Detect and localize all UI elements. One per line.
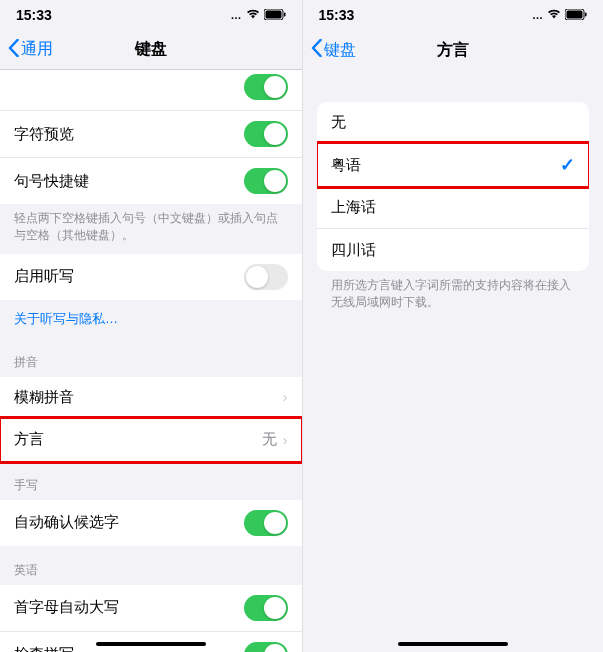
row-right: 无 › bbox=[262, 430, 288, 449]
chevron-right-icon: › bbox=[283, 389, 288, 405]
cellular-icon: … bbox=[231, 9, 242, 21]
dialect-hint: 用所选方言键入字词所需的支持内容将在接入无线局域网时下载。 bbox=[303, 271, 604, 321]
label: 方言 bbox=[14, 430, 44, 449]
toggle-switch[interactable] bbox=[244, 121, 288, 147]
nav-bar: 通用 键盘 bbox=[0, 30, 302, 70]
row-dialect-none[interactable]: 无 bbox=[317, 102, 590, 144]
highlight-box bbox=[0, 416, 302, 464]
chevron-left-icon bbox=[311, 39, 322, 61]
section-dictation: 启用听写 bbox=[0, 254, 302, 300]
svg-rect-1 bbox=[265, 10, 281, 18]
section-header-pinyin: 拼音 bbox=[0, 338, 302, 377]
section-header-handwriting: 手写 bbox=[0, 461, 302, 500]
content-scroll[interactable]: 字符预览 句号快捷键 轻点两下空格键插入句号（中文键盘）或插入句点与空格（其他键… bbox=[0, 70, 302, 652]
label: 检查拼写 bbox=[14, 645, 74, 652]
label: 首字母自动大写 bbox=[14, 598, 119, 617]
back-label: 通用 bbox=[21, 39, 53, 60]
label: 无 bbox=[331, 113, 346, 132]
row-fuzzy-pinyin[interactable]: 模糊拼音 › bbox=[0, 377, 302, 419]
value: 无 bbox=[262, 430, 277, 449]
page-title: 方言 bbox=[437, 40, 469, 61]
chevron-right-icon: › bbox=[283, 432, 288, 448]
row-right: › bbox=[283, 389, 288, 405]
wifi-icon bbox=[547, 9, 561, 21]
label: 四川话 bbox=[331, 241, 376, 260]
row-partial-top[interactable] bbox=[0, 70, 302, 111]
row-dictation[interactable]: 启用听写 bbox=[0, 254, 302, 300]
section-pinyin: 模糊拼音 › 方言 无 › bbox=[0, 377, 302, 461]
label: 上海话 bbox=[331, 198, 376, 217]
label: 启用听写 bbox=[14, 267, 74, 286]
chevron-left-icon bbox=[8, 39, 19, 61]
home-indicator[interactable] bbox=[398, 642, 508, 646]
row-dialect[interactable]: 方言 无 › bbox=[0, 419, 302, 461]
toggle-switch[interactable] bbox=[244, 642, 288, 652]
keyboard-settings-screen: 15:33 … 通用 键盘 字符预览 bbox=[0, 0, 302, 652]
row-period-shortcut[interactable]: 句号快捷键 bbox=[0, 158, 302, 204]
checkmark-icon: ✓ bbox=[560, 154, 575, 176]
toggle-switch[interactable] bbox=[244, 168, 288, 194]
dialect-settings-screen: 15:33 … 键盘 方言 无 粤语 ✓ bbox=[302, 0, 604, 652]
cellular-icon: … bbox=[532, 9, 543, 21]
section-dialects: 无 粤语 ✓ 上海话 四川话 bbox=[317, 102, 590, 271]
space-hint: 轻点两下空格键插入句号（中文键盘）或插入句点与空格（其他键盘）。 bbox=[0, 204, 302, 254]
nav-bar: 键盘 方言 bbox=[303, 30, 604, 70]
row-dialect-shanghainese[interactable]: 上海话 bbox=[317, 187, 590, 229]
section-handwriting: 自动确认候选字 bbox=[0, 500, 302, 546]
status-icons: … bbox=[231, 9, 286, 22]
status-time: 15:33 bbox=[319, 7, 355, 23]
toggle-switch[interactable] bbox=[244, 510, 288, 536]
dictation-privacy-link[interactable]: 关于听写与隐私… bbox=[0, 300, 302, 338]
svg-rect-2 bbox=[284, 12, 286, 16]
svg-rect-5 bbox=[585, 12, 587, 16]
home-indicator[interactable] bbox=[96, 642, 206, 646]
back-label: 键盘 bbox=[324, 40, 356, 61]
wifi-icon bbox=[246, 9, 260, 21]
content-scroll[interactable]: 无 粤语 ✓ 上海话 四川话 用所选方言键入字词所需的支持内容将在接入无线局域网… bbox=[303, 70, 604, 652]
page-title: 键盘 bbox=[135, 39, 167, 60]
row-auto-confirm[interactable]: 自动确认候选字 bbox=[0, 500, 302, 546]
row-dialect-sichuanese[interactable]: 四川话 bbox=[317, 229, 590, 271]
status-time: 15:33 bbox=[16, 7, 52, 23]
label: 句号快捷键 bbox=[14, 172, 89, 191]
status-bar: 15:33 … bbox=[303, 0, 604, 30]
status-icons: … bbox=[532, 9, 587, 22]
svg-rect-4 bbox=[567, 10, 583, 18]
back-button[interactable]: 通用 bbox=[8, 39, 53, 61]
row-auto-capitalize[interactable]: 首字母自动大写 bbox=[0, 585, 302, 632]
label: 自动确认候选字 bbox=[14, 513, 119, 532]
toggle-switch[interactable] bbox=[244, 595, 288, 621]
battery-icon bbox=[565, 9, 587, 22]
label: 字符预览 bbox=[14, 125, 74, 144]
section-header-english: 英语 bbox=[0, 546, 302, 585]
label: 模糊拼音 bbox=[14, 388, 74, 407]
row-dialect-cantonese[interactable]: 粤语 ✓ bbox=[317, 144, 590, 187]
toggle-switch[interactable] bbox=[244, 74, 288, 100]
section-toggles: 字符预览 句号快捷键 bbox=[0, 70, 302, 204]
label: 粤语 bbox=[331, 156, 361, 175]
status-bar: 15:33 … bbox=[0, 0, 302, 30]
back-button[interactable]: 键盘 bbox=[311, 39, 356, 61]
battery-icon bbox=[264, 9, 286, 22]
toggle-switch[interactable] bbox=[244, 264, 288, 290]
row-char-preview[interactable]: 字符预览 bbox=[0, 111, 302, 158]
